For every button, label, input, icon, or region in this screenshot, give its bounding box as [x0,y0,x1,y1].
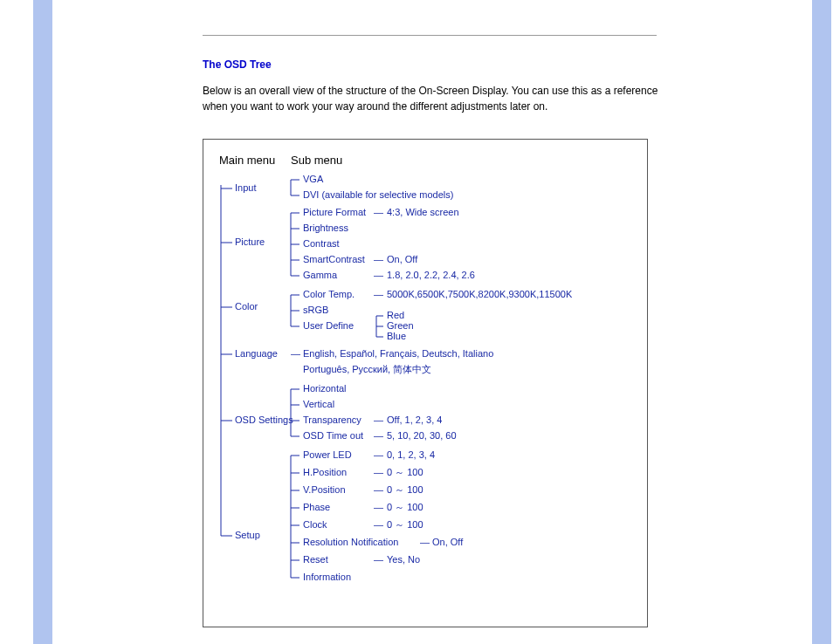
sub-vposition-range: 0 ～ 100 [387,484,423,495]
sub-color-temp-values: 5000K,6500K,7500K,8200K,9300K,11500K [387,289,573,299]
sub-language-line2: Português, Русский, 简体中文 [303,364,431,374]
sep: — [374,449,383,460]
page: The OSD Tree Below is an overall view of… [0,0,833,644]
sub-color-temp-label: Color Temp. [303,289,355,299]
sub-phase-range: 0 ～ 100 [387,502,423,512]
main-language: Language [235,348,278,359]
sub-vposition-label: V.Position [303,484,346,495]
sub-smartcontrast-label: SmartContrast [303,254,365,264]
sep: — [374,414,383,425]
column-header-main: Main menu [219,154,275,167]
sub-picture-format-label: Picture Format [303,207,366,217]
sep: — [291,348,300,359]
column-header-sub: Sub menu [291,154,342,167]
sub-osd-timeout-values: 5, 10, 20, 30, 60 [387,430,457,441]
sub-user-blue: Blue [387,331,406,341]
sub-vga: VGA [303,175,324,184]
intro-paragraph: Below is an overall view of the structur… [203,83,665,114]
osd-tree-svg: Input VGA DVI (available for selective m… [203,175,649,602]
sub-clock-label: Clock [303,519,327,530]
sub-reset-label: Reset [303,554,328,565]
sub-user-green: Green [387,320,414,331]
sep: — [374,254,383,264]
horizontal-rule [203,35,657,36]
sub-transparency-label: Transparency [303,414,361,425]
sub-resnotif-label: Resolution Notification [303,537,398,547]
main-osd-settings: OSD Settings [235,414,293,425]
sub-user-define-label: User Define [303,320,354,331]
sub-language-line1: English, Español, Français, Deutsch, Ita… [303,348,493,359]
sub-phase-label: Phase [303,502,330,512]
osd-tree-figure: Main menu Sub menu Input VGA DVI (availa… [203,139,648,627]
sep: — [374,467,383,477]
sub-gamma-label: Gamma [303,270,338,280]
sub-information: Information [303,572,351,582]
sub-picture-format-values: 4:3, Wide screen [387,207,459,217]
sep: — [374,519,383,530]
sub-transparency-values: Off, 1, 2, 3, 4 [387,414,442,425]
sub-hposition-label: H.Position [303,467,347,477]
main-input: Input [235,182,256,193]
sep: — [374,270,383,280]
sub-hposition-range: 0 ～ 100 [387,467,423,477]
right-color-strip [812,0,831,644]
sub-vertical: Vertical [303,399,334,409]
sub-dvi: DVI (available for selective models) [303,189,453,200]
left-color-strip [33,0,52,644]
main-picture: Picture [235,236,265,247]
sub-osd-timeout-label: OSD Time out [303,430,363,441]
sep: — [374,484,383,495]
sub-power-led-values: 0, 1, 2, 3, 4 [387,449,435,460]
sub-srgb: sRGB [303,305,328,315]
content-area: The OSD Tree Below is an overall view of… [203,35,744,627]
sep: — [374,207,383,217]
sub-clock-range: 0 ～ 100 [387,519,423,530]
sub-user-red: Red [387,310,404,320]
sub-resnotif-values: On, Off [432,537,464,547]
sub-horizontal: Horizontal [303,383,347,394]
main-setup: Setup [235,530,260,540]
sub-brightness: Brightness [303,223,348,233]
sep: — [420,537,430,547]
main-color: Color [235,301,258,312]
sub-power-led-label: Power LED [303,449,352,460]
sep: — [374,502,383,512]
sub-gamma-values: 1.8, 2.0, 2.2, 2.4, 2.6 [387,270,475,280]
section-title: The OSD Tree [203,58,744,71]
sep: — [374,554,383,565]
sub-smartcontrast-values: On, Off [387,254,418,264]
sub-reset-values: Yes, No [387,554,420,565]
sub-contrast: Contrast [303,238,340,249]
sep: — [374,430,383,441]
sep: — [374,289,383,299]
